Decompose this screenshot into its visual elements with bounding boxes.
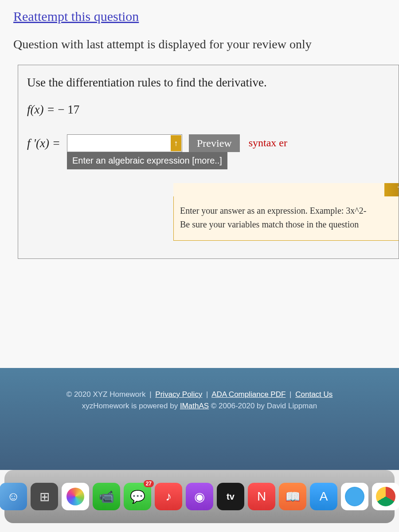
privacy-link[interactable]: Privacy Policy [155, 390, 202, 399]
given-rhs: − 17 [58, 103, 79, 116]
footer-line-1: © 2020 XYZ Homework | Privacy Policy | A… [0, 390, 399, 399]
question-instruction: Use the differentiation rules to find th… [27, 76, 390, 90]
tip-line-1: Enter your answer as an expression. Exam… [180, 206, 399, 216]
given-equation: f(x) = − 17 [27, 103, 390, 117]
chrome-icon[interactable] [372, 483, 399, 510]
given-lhs: f(x) = [27, 103, 58, 116]
news-icon[interactable]: N [248, 483, 275, 510]
ada-link[interactable]: ADA Compliance PDF [211, 390, 286, 399]
finder-icon[interactable]: ☺ [0, 483, 27, 510]
tv-icon[interactable]: tv [217, 483, 244, 510]
footer-line-2: xyzHomework is powered by IMathAS © 2006… [0, 402, 399, 411]
messages-icon[interactable]: 💬27 [124, 483, 151, 510]
answer-input-wrap: ↑ Enter an algebraic expression [more..] [67, 134, 182, 152]
safari-icon[interactable] [341, 483, 368, 510]
appstore-icon[interactable]: A [310, 483, 337, 510]
input-hint-tooltip[interactable]: Enter an algebraic expression [more..] [67, 152, 227, 169]
powered-by-text: xyzHomework is powered by [82, 402, 180, 410]
tip-label: TIP [397, 186, 399, 194]
launchpad-icon[interactable]: ⊞ [31, 483, 58, 510]
books-icon[interactable]: 📖 [279, 483, 306, 510]
tip-box: TIP Enter your answer as an expression. … [173, 183, 399, 241]
dock: ☺ ⊞ 📹 💬27 ♪ ◉ tv N 📖 A [4, 470, 395, 523]
review-notice: Question with last attempt is displayed … [13, 37, 399, 51]
preview-button[interactable]: Preview [189, 134, 240, 152]
answer-row: f '(x) = ↑ Enter an algebraic expression… [27, 134, 390, 152]
tip-header: TIP [173, 183, 399, 196]
tip-line-2: Be sure your variables match those in th… [180, 219, 399, 230]
facetime-icon[interactable]: 📹 [93, 483, 120, 510]
music-icon[interactable]: ♪ [155, 483, 182, 510]
reattempt-link[interactable]: Reattempt this question [13, 9, 139, 23]
expand-icon[interactable]: ↑ [171, 135, 181, 151]
contact-link[interactable]: Contact Us [295, 390, 332, 399]
photos-icon[interactable] [62, 483, 89, 510]
question-panel: Reattempt this question Question with la… [0, 0, 399, 368]
question-box: Use the differentiation rules to find th… [18, 65, 399, 259]
answer-lhs: f '(x) = [27, 134, 60, 150]
footer-copyright-2: © 2006-2020 by David Lippman [211, 402, 317, 410]
imathas-link[interactable]: IMathAS [180, 402, 209, 410]
page-footer: © 2020 XYZ Homework | Privacy Policy | A… [0, 368, 399, 470]
answer-input[interactable] [67, 134, 182, 152]
syntax-error-text: syntax er [249, 134, 287, 149]
footer-copyright: © 2020 XYZ Homework [66, 390, 146, 399]
messages-badge: 27 [144, 480, 154, 487]
podcasts-icon[interactable]: ◉ [186, 483, 213, 510]
